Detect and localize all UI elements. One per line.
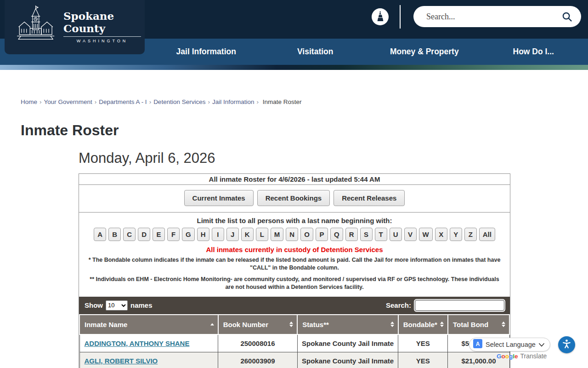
breadcrumb-link[interactable]: Detention Services <box>153 98 205 105</box>
table-search-input[interactable] <box>415 300 504 311</box>
county-seal-badge <box>372 8 389 25</box>
nav-item[interactable]: Jail Information <box>152 39 261 65</box>
column-header-total-bond[interactable]: Total Bond <box>448 315 509 334</box>
roster-view-button[interactable]: Recent Bookings <box>257 190 330 206</box>
roster-view-button[interactable]: Current Inmates <box>184 190 254 206</box>
names-label: names <box>130 301 153 309</box>
site-search-input[interactable] <box>413 12 561 22</box>
bondable-cell: YES <box>398 334 448 352</box>
letter-filter-button[interactable]: P <box>316 228 328 241</box>
nav-item-label: Visitation <box>297 47 333 57</box>
letter-filter-button[interactable]: Q <box>330 228 343 241</box>
view-buttons-row: Current InmatesRecent BookingsRecent Rel… <box>79 185 510 213</box>
letter-filter-button[interactable]: T <box>375 228 387 241</box>
letter-filter-button[interactable]: M <box>271 228 284 241</box>
letter-filter-row: ABCDEFGHIJKLMNOPQRSTUVWXYZAll <box>79 228 510 241</box>
chevron-down-icon <box>539 340 544 349</box>
table-row: AGLI, ROBERT SILVIO 260003909 Spokane Co… <box>79 352 509 368</box>
nav-item[interactable]: How Do I... <box>479 39 588 65</box>
letter-filter-button[interactable]: X <box>435 228 447 241</box>
column-header-inmate-name[interactable]: Inmate Name <box>79 315 218 334</box>
letter-filter-button[interactable]: F <box>167 228 180 241</box>
tower-silhouette-icon <box>375 11 385 23</box>
page-size-select[interactable]: 10 <box>106 300 128 310</box>
letter-filter-button[interactable]: G <box>182 228 195 241</box>
show-label: Show <box>85 301 103 309</box>
table-row: ADDINGTON, ANTHONY SHANE 250008016 Spoka… <box>79 334 509 352</box>
custody-note: All inmates currently in custody of Dete… <box>79 246 510 253</box>
letter-filter-button[interactable]: S <box>360 228 373 241</box>
roster-date-heading: Monday, April 6, 2026 <box>79 150 510 167</box>
letter-filter-button[interactable]: All <box>479 228 495 241</box>
letter-filter-button[interactable]: W <box>419 228 433 241</box>
page-title: Inmate Roster <box>21 122 588 139</box>
svg-text:A: A <box>476 341 480 347</box>
county-logo[interactable]: Spokane County WASHINGTON <box>5 0 145 54</box>
breadcrumb-link[interactable]: Your Government <box>44 98 92 105</box>
letter-filter-button[interactable]: N <box>286 228 298 241</box>
column-header-status[interactable]: Status** <box>297 315 398 334</box>
sort-both-icon <box>502 322 505 327</box>
letter-filter-button[interactable]: I <box>212 228 224 241</box>
letter-filter-button[interactable]: Y <box>450 228 462 241</box>
nav-item[interactable]: Money & Property <box>370 39 479 65</box>
bondable-cell: YES <box>398 352 448 368</box>
letter-filter-button[interactable]: L <box>256 228 268 241</box>
letter-filter-button[interactable]: Z <box>464 228 477 241</box>
google-logo: Google <box>497 353 518 360</box>
breadcrumb-separator: › <box>208 98 210 105</box>
letter-filter-button[interactable]: J <box>226 228 239 241</box>
breadcrumb: Home›Your Government›Departments A - I›D… <box>21 98 588 105</box>
letter-filter-button[interactable]: C <box>123 228 136 241</box>
select-language-label: Select Language <box>486 341 536 348</box>
book-number-cell: 250008016 <box>218 334 298 352</box>
column-header-book-number[interactable]: Book Number <box>218 315 298 334</box>
letter-filter-button[interactable]: O <box>300 228 313 241</box>
breadcrumb-separator: › <box>149 98 152 105</box>
table-header-row: Inmate Name Book Number Status** Bondabl… <box>79 315 509 334</box>
letter-filter-button[interactable]: B <box>108 228 121 241</box>
letter-filter-button[interactable]: D <box>138 228 150 241</box>
letter-filter-button[interactable]: R <box>345 228 358 241</box>
letter-filter-button[interactable]: V <box>404 228 417 241</box>
google-translate-dropdown[interactable]: A Select Language <box>469 338 550 351</box>
breadcrumb-link[interactable]: Jail Information <box>212 98 254 105</box>
column-header-bondable[interactable]: Bondable* <box>398 315 448 334</box>
nav-item-label: How Do I... <box>513 47 554 57</box>
roster-box: All inmate Roster for 4/6/2026 - last up… <box>79 173 510 368</box>
table-toolbar: Show 10 names Search: <box>79 297 510 314</box>
brand-title: Spokane County <box>63 10 141 37</box>
roster-view-button[interactable]: Recent Releases <box>334 190 405 206</box>
letter-filter-button[interactable]: A <box>94 228 106 241</box>
bondable-footnote: * The Bondable column indicates if the i… <box>79 256 510 272</box>
inmate-name-link[interactable]: ADDINGTON, ANTHONY SHANE <box>85 339 190 347</box>
nav-items: Jail Information Visitation Money & Prop… <box>152 39 588 65</box>
header-divider <box>400 5 401 29</box>
ehm-footnote: ** Individuals on EHM - Electronic Home … <box>79 276 510 291</box>
breadcrumb-link[interactable]: Home <box>21 98 37 105</box>
sort-asc-icon <box>210 323 214 326</box>
inmate-name-link[interactable]: AGLI, ROBERT SILVIO <box>85 357 158 365</box>
roster-section: Monday, April 6, 2026 All inmate Roster … <box>79 150 510 368</box>
nav-item-label: Money & Property <box>390 47 459 57</box>
sort-both-icon <box>289 322 293 327</box>
site-header: Spokane County WASHINGTON <box>0 0 588 39</box>
brand-text: Spokane County WASHINGTON <box>63 10 141 43</box>
breadcrumb-separator: › <box>256 98 259 105</box>
google-translate-attribution[interactable]: Google Translate <box>497 352 547 360</box>
nav-item[interactable]: Visitation <box>261 39 370 65</box>
table-search-label: Search: <box>386 301 411 309</box>
google-translate-icon: A <box>473 339 482 350</box>
letter-filter-button[interactable]: H <box>197 228 209 241</box>
letter-filter-button[interactable]: K <box>241 228 254 241</box>
letter-filter-button[interactable]: U <box>390 228 402 241</box>
letter-filter-button[interactable]: E <box>153 228 165 241</box>
breadcrumb-link[interactable]: Departments A - I <box>99 98 147 105</box>
status-cell: Spokane County Jail Inmate <box>297 352 398 368</box>
accessibility-button[interactable] <box>558 336 575 353</box>
book-number-cell: 260003909 <box>218 352 298 368</box>
brand-subtitle: WASHINGTON <box>63 39 141 43</box>
courthouse-illustration-icon <box>14 3 60 49</box>
search-icon[interactable] <box>561 11 573 23</box>
breadcrumb-separator: › <box>95 98 97 105</box>
